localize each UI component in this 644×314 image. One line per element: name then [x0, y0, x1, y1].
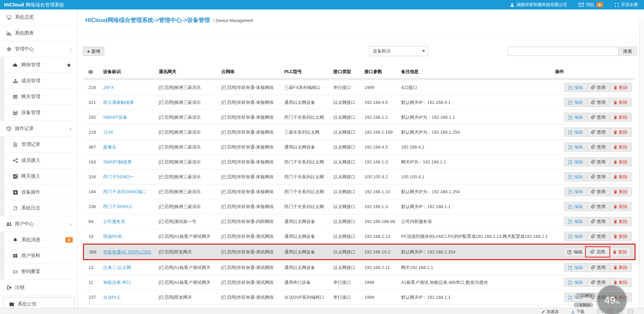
- disable-button[interactable]: 禁用: [587, 263, 610, 272]
- device-link[interactable]: SMART设备: [103, 115, 127, 120]
- desktop-icon: [5, 15, 12, 20]
- memory-usage-ball[interactable]: 49 %: [597, 285, 627, 314]
- disable-button[interactable]: 禁用: [587, 232, 610, 241]
- edit-button[interactable]: 编辑: [564, 187, 587, 196]
- accelerator-button[interactable]: 加速器: [541, 309, 559, 314]
- sidebar-item-member-access[interactable]: 成员接入: [0, 153, 78, 169]
- browser-tool-icon[interactable]: [628, 309, 633, 314]
- edit-button[interactable]: 编辑: [564, 113, 587, 122]
- sidebar-item-device-management[interactable]: 设备管理: [0, 105, 78, 121]
- edit-button[interactable]: 编辑: [564, 278, 587, 287]
- device-link[interactable]: 西门子300PLC: [103, 204, 132, 209]
- sidebar-item-user-profile[interactable]: 用户资料: [0, 248, 78, 264]
- delete-button[interactable]: 删除: [609, 142, 632, 152]
- sidebar-item-network-management[interactable]: 网络管理: [0, 57, 78, 73]
- device-link[interactable]: 现场PC机: [103, 234, 123, 239]
- sidebar-item-operation-records[interactable]: 操作记录›: [0, 121, 78, 137]
- cell-id: 13: [84, 260, 103, 275]
- sidebar-item-management-records[interactable]: 管理记录: [0, 137, 78, 153]
- disable-button[interactable]: 禁用: [587, 172, 610, 181]
- delete-button[interactable]: 删除: [609, 128, 632, 137]
- delete-button[interactable]: 删除: [609, 157, 632, 166]
- sidebar-item-password-reset[interactable]: 密码重置: [0, 264, 78, 280]
- trash-icon: [614, 265, 617, 270]
- sidebar-item-system-logs[interactable]: 系统日志: [0, 200, 78, 216]
- disable-button[interactable]: 禁用: [587, 128, 610, 137]
- search-input[interactable]: [508, 47, 619, 56]
- search-button[interactable]: 搜索: [618, 47, 637, 56]
- delete-button[interactable]: 删除: [609, 217, 632, 226]
- sidebar-item-user-center[interactable]: 用户中心›: [0, 216, 78, 232]
- edit-button[interactable]: 编辑: [564, 98, 587, 107]
- cell-gw: [已启用]株洲三菱演示: [159, 184, 221, 199]
- edit-button[interactable]: 编辑: [564, 232, 587, 241]
- sidebar-item-system-overview[interactable]: 系统总览: [0, 9, 78, 25]
- edit-button[interactable]: 编辑: [564, 263, 587, 272]
- sidebar-item-member-management[interactable]: 成员管理: [0, 73, 78, 89]
- cell-iparam: 1989: [365, 79, 401, 95]
- sidebar-item-management-center[interactable]: 管理中心›: [0, 41, 78, 57]
- disable-button[interactable]: 禁用: [587, 83, 610, 92]
- disable-button[interactable]: 禁用: [587, 98, 610, 107]
- add-device-button[interactable]: +新增: [83, 47, 104, 56]
- edit-icon: [568, 160, 573, 164]
- device-link[interactable]: 智能仪表-串口: [103, 280, 131, 285]
- device-link[interactable]: 台达PLC: [103, 295, 121, 300]
- device-link[interactable]: 昆仑通泰触摸屏: [103, 100, 134, 105]
- sidebar-item-system-messages[interactable]: 系统消息0: [0, 232, 78, 248]
- disable-button[interactable]: 禁用: [587, 187, 610, 196]
- device-link[interactable]: 1234: [103, 130, 113, 135]
- app-title-brand: HiCloud: [4, 2, 24, 7]
- device-link[interactable]: 仪表二-以太网: [103, 265, 131, 270]
- edit-button[interactable]: 编辑: [564, 217, 587, 226]
- device-link[interactable]: SMART触摸屏: [103, 159, 132, 164]
- edit-button[interactable]: 编辑: [564, 83, 587, 92]
- download-button[interactable]: 下载: [571, 309, 584, 314]
- messages-menu[interactable]: 消息 0: [579, 2, 603, 8]
- disable-button-label: 禁用: [597, 189, 606, 195]
- delete-button[interactable]: 删除: [609, 232, 632, 241]
- filter-dropdown[interactable]: 设备标识: [369, 46, 429, 56]
- disable-button[interactable]: 禁用: [587, 202, 610, 211]
- delete-button[interactable]: 删除: [609, 247, 631, 256]
- edit-button[interactable]: 编辑: [564, 172, 587, 181]
- enable-button[interactable]: 启用: [586, 247, 609, 256]
- delete-button[interactable]: 删除: [609, 263, 632, 272]
- device-link[interactable]: 西门子DEMO一: [103, 174, 134, 179]
- sidebar-item-logout[interactable]: 注销: [0, 280, 78, 296]
- sidebar-item-gateway-access[interactable]: 网关接入: [0, 169, 78, 184]
- fullscreen-button[interactable]: 开启全屏: [615, 2, 638, 8]
- disable-button[interactable]: 禁用: [587, 157, 610, 166]
- delete-button[interactable]: 删除: [609, 83, 632, 92]
- delete-button[interactable]: 删除: [609, 98, 632, 107]
- edit-button[interactable]: 编辑: [564, 142, 587, 152]
- delete-button[interactable]: 删除: [609, 202, 632, 211]
- device-link[interactable]: 西门子演示DEMO箱二: [103, 189, 147, 194]
- company-menu[interactable]: 湖南华辰智通科技有限公司: [510, 2, 567, 8]
- disable-button[interactable]: 禁用: [587, 113, 610, 122]
- delete-button[interactable]: 删除: [609, 172, 632, 181]
- edit-icon: [568, 204, 573, 209]
- edit-button[interactable]: 编辑: [563, 247, 586, 256]
- action-button-group: 编辑禁用删除: [564, 113, 632, 122]
- delete-button[interactable]: 删除: [609, 187, 632, 196]
- device-link[interactable]: 摄像头: [103, 144, 116, 150]
- sidebar-item-system-charts[interactable]: 系统图表: [0, 25, 78, 41]
- delete-button[interactable]: 删除: [609, 113, 632, 122]
- disable-button[interactable]: 禁用: [587, 142, 610, 152]
- edit-button[interactable]: 编辑: [564, 202, 587, 211]
- edit-button[interactable]: 编辑: [564, 128, 587, 137]
- sidebar-item-gateway-management[interactable]: 网关管理: [0, 89, 78, 105]
- cell-plc: 通用串口设备: [284, 275, 334, 290]
- device-link[interactable]: 公司服务器: [103, 219, 125, 224]
- edit-button[interactable]: 编辑: [564, 157, 587, 166]
- sidebar-item-device-operations[interactable]: 设备操作: [0, 184, 78, 200]
- cell-actions: 编辑禁用删除: [555, 140, 635, 155]
- device-link[interactable]: 华辰智通AC 500PLC001: [103, 249, 151, 254]
- scrollbar-track[interactable]: [639, 19, 644, 308]
- percent-sign: %: [616, 300, 620, 305]
- disable-button[interactable]: 禁用: [587, 217, 610, 226]
- trash-icon: [613, 250, 617, 254]
- device-link[interactable]: JXFX: [103, 85, 114, 90]
- share-icon: [12, 158, 19, 163]
